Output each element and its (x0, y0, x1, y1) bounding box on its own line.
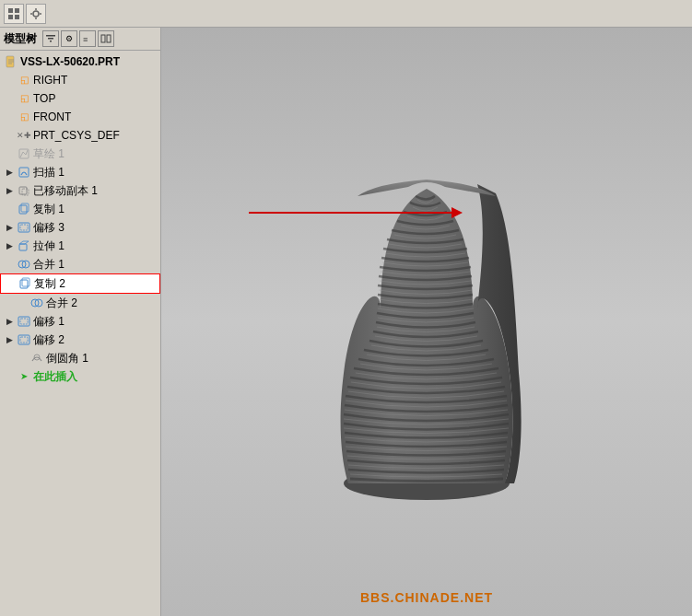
plane-icon-front: ◱ (17, 110, 31, 124)
tree-cols-icon[interactable] (98, 30, 114, 47)
svg-rect-9 (46, 35, 55, 37)
tree-item-chamfer1[interactable]: 倒圆角 1 (0, 349, 160, 367)
3d-model (298, 97, 556, 520)
main-layout: 模型树 ⚙ ≡ (0, 28, 692, 616)
tree-item-sweep1[interactable]: ▶ 扫描 1 (0, 163, 160, 181)
chamfer1-icon (29, 351, 44, 366)
expand-offset1[interactable]: ▶ (4, 316, 15, 327)
file-icon (4, 54, 18, 69)
file-label: VSS-LX-50620.PRT (20, 53, 120, 70)
model-tree-panel: 模型树 ⚙ ≡ (0, 28, 161, 616)
tree-item-copy1[interactable]: 复制 1 (0, 200, 160, 218)
sweep1-label: 扫描 1 (33, 164, 65, 180)
svg-rect-3 (15, 15, 19, 19)
svg-rect-31 (20, 280, 28, 288)
tree-item-offset2[interactable]: ▶ 偏移 2 (0, 331, 160, 349)
viewport-panel: BBS.CHINADE.NET (161, 28, 692, 616)
copy2-label: 复制 2 (34, 275, 65, 292)
tree-item-copy2[interactable]: 复制 2 (0, 273, 160, 294)
svg-rect-24 (21, 203, 29, 212)
sketch-icon (17, 146, 31, 161)
svg-rect-32 (22, 278, 29, 286)
extrude1-label: 拉伸 1 (33, 238, 65, 254)
expand-extrude1[interactable]: ▶ (4, 240, 15, 251)
expand-sweep1[interactable]: ▶ (4, 167, 15, 178)
sketch1-label: 草绘 1 (33, 145, 65, 162)
copy1-icon (17, 202, 31, 216)
svg-rect-11 (50, 41, 52, 42)
merge1-icon (17, 257, 31, 272)
tree-item-right[interactable]: ◱ RIGHT (0, 71, 160, 89)
panel-header: 模型树 ⚙ ≡ (0, 28, 160, 51)
sweep-icon (17, 165, 31, 180)
front-label: FRONT (33, 109, 71, 125)
svg-rect-38 (20, 337, 28, 343)
svg-rect-14 (107, 35, 111, 42)
offset1-icon (17, 314, 31, 329)
tree-item-file[interactable]: VSS-LX-50620.PRT (0, 52, 160, 71)
right-label: RIGHT (33, 72, 67, 88)
settings-icon[interactable] (26, 4, 46, 24)
expand-offset3[interactable]: ▶ (4, 222, 15, 233)
viewport-bg: BBS.CHINADE.NET (161, 28, 692, 616)
copy1-label: 复制 1 (33, 201, 65, 217)
top-toolbar (0, 0, 692, 28)
svg-rect-1 (15, 8, 19, 13)
expand-moved1[interactable]: ▶ (4, 185, 15, 196)
offset2-icon (17, 332, 31, 347)
extrude1-icon (17, 238, 31, 253)
tree-content: VSS-LX-50620.PRT ◱ RIGHT ◱ TOP ◱ FRONT (0, 51, 160, 616)
offset1-label: 偏移 1 (33, 313, 65, 330)
panel-title: 模型树 (4, 31, 37, 47)
svg-rect-23 (19, 205, 27, 214)
grid-icon[interactable] (4, 4, 24, 24)
tree-item-top[interactable]: ◱ TOP (0, 89, 160, 108)
merge2-label: 合并 2 (46, 295, 77, 311)
tree-item-merge1[interactable]: 合并 1 (0, 255, 160, 273)
plane-icon-right: ◱ (17, 73, 31, 87)
svg-rect-27 (19, 244, 27, 250)
svg-rect-13 (101, 35, 105, 42)
top-label: TOP (33, 90, 55, 107)
offset2-label: 偏移 2 (33, 331, 65, 348)
chamfer1-label: 倒圆角 1 (46, 350, 88, 366)
expand-offset2[interactable]: ▶ (4, 334, 15, 345)
tree-settings-icon[interactable]: ⚙ (61, 30, 77, 47)
tree-item-offset1[interactable]: ▶ 偏移 1 (0, 312, 160, 331)
tree-item-moved1[interactable]: ▶ 已移动副本 1 (0, 181, 160, 200)
tree-expand-icon[interactable]: ≡ (79, 30, 96, 47)
tree-item-extrude1[interactable]: ▶ 拉伸 1 (0, 237, 160, 255)
svg-rect-36 (20, 319, 28, 324)
moved1-label: 已移动副本 1 (33, 182, 98, 199)
svg-text:≡: ≡ (83, 35, 88, 44)
plane-icon-top: ◱ (17, 91, 31, 106)
tree-item-csys[interactable]: ✕✚ PRT_CSYS_DEF (0, 126, 160, 145)
tree-item-insert[interactable]: ➤ 在此插入 (0, 367, 160, 386)
moved-icon (17, 183, 31, 198)
offset3-label: 偏移 3 (33, 219, 65, 236)
svg-rect-26 (20, 225, 28, 230)
insert-label: 在此插入 (33, 368, 77, 385)
tree-filter-icon[interactable] (42, 30, 59, 47)
svg-rect-2 (8, 15, 13, 19)
csys-label: PRT_CSYS_DEF (33, 127, 120, 144)
tree-item-front[interactable]: ◱ FRONT (0, 108, 160, 126)
svg-rect-21 (19, 187, 27, 194)
svg-rect-0 (8, 8, 13, 13)
merge1-label: 合并 1 (33, 256, 65, 273)
csys-icon: ✕✚ (17, 128, 31, 143)
svg-rect-10 (48, 38, 53, 40)
watermark: BBS.CHINADE.NET (360, 590, 493, 605)
insert-icon: ➤ (17, 369, 31, 384)
tree-item-merge2[interactable]: 合并 2 (0, 294, 160, 312)
merge2-icon (29, 296, 44, 310)
panel-header-icons: ⚙ ≡ (42, 30, 114, 47)
offset3-icon (17, 220, 31, 235)
tree-item-offset3[interactable]: ▶ 偏移 3 (0, 218, 160, 237)
copy2-icon (18, 276, 32, 291)
svg-point-4 (33, 11, 39, 17)
tree-item-sketch1[interactable]: 草绘 1 (0, 145, 160, 163)
